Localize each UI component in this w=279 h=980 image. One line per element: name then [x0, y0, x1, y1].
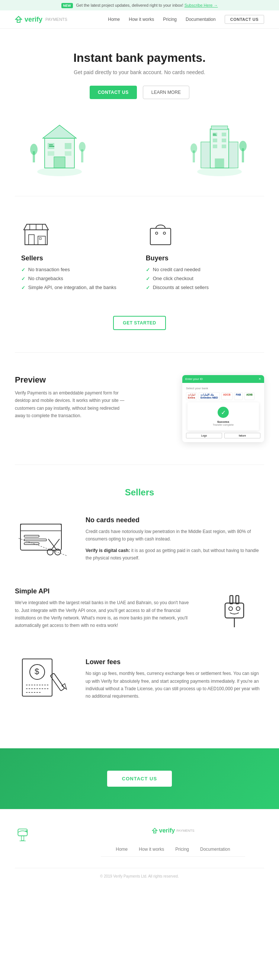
svg-rect-15	[49, 145, 53, 145]
svg-rect-35	[215, 159, 224, 168]
svg-point-19	[190, 143, 197, 153]
adcb-bank: ADCB	[221, 392, 233, 400]
success-sub: Transfer complete	[192, 423, 254, 426]
new-badge: NEW	[61, 3, 73, 8]
svg-rect-73	[18, 829, 27, 835]
svg-rect-13	[48, 151, 54, 156]
nav-payments-label: PAYMENTS	[45, 17, 67, 22]
building-left-svg	[30, 118, 89, 177]
svg-point-63	[229, 607, 233, 611]
svg-rect-46	[150, 228, 171, 245]
sellers-col: Sellers ✓ No transaction fees ✓ No charg…	[21, 219, 133, 294]
announcement-link[interactable]: Subscribe Here →	[184, 3, 218, 8]
nav-documentation[interactable]: Documentation	[185, 17, 216, 22]
logo-icon	[15, 16, 22, 23]
check-icon-6: ✓	[146, 285, 150, 291]
footer-left	[15, 824, 60, 857]
api-desc: We've integrated with the largest retail…	[15, 599, 193, 630]
footer-nav-docs: Documentation	[200, 846, 230, 852]
buyers-item-2: ✓ One click checkout	[146, 276, 209, 282]
sellers-item-2: ✓ No chargebacks	[21, 276, 116, 282]
bag-icon	[148, 220, 173, 247]
footer-link-docs[interactable]: Documentation	[200, 846, 230, 852]
svg-rect-16	[49, 146, 54, 147]
footer-link-home[interactable]: Home	[116, 846, 128, 852]
fees-icon-area: $	[15, 655, 75, 704]
nav-home[interactable]: Home	[108, 17, 120, 22]
cta-section: CONTACT US	[0, 748, 279, 809]
building-right	[190, 118, 249, 177]
adib-bank: ADIB	[244, 392, 254, 400]
svg-rect-36	[213, 134, 216, 134]
success-overlay: ✓ Success Transfer complete	[186, 402, 260, 431]
nav-pricing[interactable]: Pricing	[163, 17, 177, 22]
svg-rect-50	[21, 524, 61, 531]
check-icon-3: ✓	[21, 285, 25, 291]
sellers-detail-section: Sellers No cards needed Cr	[0, 465, 279, 748]
nav-contact-btn[interactable]: CONTACT US	[225, 15, 264, 24]
get-started-btn[interactable]: GET STARTED	[113, 316, 166, 330]
footer-nav-how: How it works	[139, 846, 164, 852]
check-icon-2: ✓	[21, 276, 25, 282]
buyers-icon-area	[146, 219, 176, 248]
svg-text:$: $	[35, 667, 39, 676]
svg-rect-33	[213, 145, 217, 148]
preview-section: Preview Verify Payments is an embeddable…	[0, 353, 279, 465]
hero-section: Instant bank payments. Get paid directly…	[0, 29, 279, 114]
svg-rect-26	[229, 142, 238, 168]
mailbox-icon	[15, 824, 33, 843]
features-section: Sellers ✓ No transaction fees ✓ No charg…	[0, 196, 279, 309]
check-icon-1: ✓	[21, 267, 25, 273]
buyers-item-1: ✓ No credit card needed	[146, 267, 209, 273]
nav-how-it-works[interactable]: How it works	[129, 17, 154, 22]
sellers-item-1: ✓ No transaction fees	[21, 267, 116, 273]
sellers-icon-area	[21, 219, 51, 248]
verify-bold: Verify is digital cash:	[86, 548, 130, 553]
footer: verify PAYMENTS Home How it works Pricin…	[0, 809, 279, 886]
svg-point-76	[25, 830, 27, 832]
logo-btn[interactable]: Logo	[186, 433, 222, 438]
svg-rect-52	[24, 539, 46, 541]
svg-marker-7	[43, 125, 76, 138]
svg-point-0	[37, 167, 82, 176]
sellers-detail-title: Sellers	[15, 487, 264, 498]
detail-row-api: Simple API We've integrated with the lar…	[15, 584, 264, 633]
svg-rect-59	[225, 603, 244, 618]
nav-links: Home How it works Pricing Documentation …	[108, 15, 264, 24]
cards-desc-2: Verify is digital cash: it is as good as…	[86, 547, 264, 562]
svg-point-4	[79, 142, 86, 151]
svg-rect-29	[213, 133, 217, 136]
preview-description: Verify Payments is an embeddable payment…	[15, 389, 127, 420]
footer-payments-label: PAYMENTS	[176, 829, 194, 832]
plug-icon	[210, 584, 258, 633]
svg-rect-31	[213, 138, 217, 142]
svg-rect-39	[29, 235, 34, 245]
svg-rect-28	[211, 126, 228, 130]
cards-title: No cards needed	[86, 516, 264, 524]
preview-text: Preview Verify Payments is an embeddable…	[15, 375, 127, 424]
svg-rect-74	[22, 835, 24, 840]
hero-title: Instant bank payments.	[15, 51, 264, 65]
fees-desc: No sign up fees, monthly fees, currency …	[86, 670, 264, 700]
failure-btn[interactable]: failure	[224, 433, 260, 438]
cta-contact-btn[interactable]: CONTACT US	[107, 771, 172, 787]
svg-rect-30	[222, 133, 226, 136]
mockup-screen: Select your bank اماراتEmira بنك الإمارا…	[182, 383, 264, 442]
svg-point-64	[236, 607, 240, 611]
check-icon-5: ✓	[146, 276, 150, 282]
footer-link-how[interactable]: How it works	[139, 846, 164, 852]
svg-rect-51	[24, 535, 39, 537]
footer-top: verify PAYMENTS Home How it works Pricin…	[15, 824, 264, 857]
hero-contact-btn[interactable]: CONTACT US	[90, 86, 137, 99]
invoice-pen-icon: $	[19, 655, 71, 704]
hero-learn-more-btn[interactable]: LEARN MORE	[143, 86, 189, 99]
building-left	[30, 118, 89, 177]
footer-link-pricing[interactable]: Pricing	[175, 846, 189, 852]
hero-buttons: CONTACT US LEARN MORE	[15, 86, 264, 99]
preview-title: Preview	[15, 375, 127, 385]
detail-row-fees: $ Lower fees No sign up fees, monthly fe…	[15, 655, 264, 704]
logo: verify PAYMENTS	[15, 16, 67, 24]
svg-rect-32	[222, 138, 226, 142]
mockup-header: Enter your ID ✕	[182, 375, 264, 383]
announcement-bar: NEW Get the latest project updates, deli…	[0, 0, 279, 10]
